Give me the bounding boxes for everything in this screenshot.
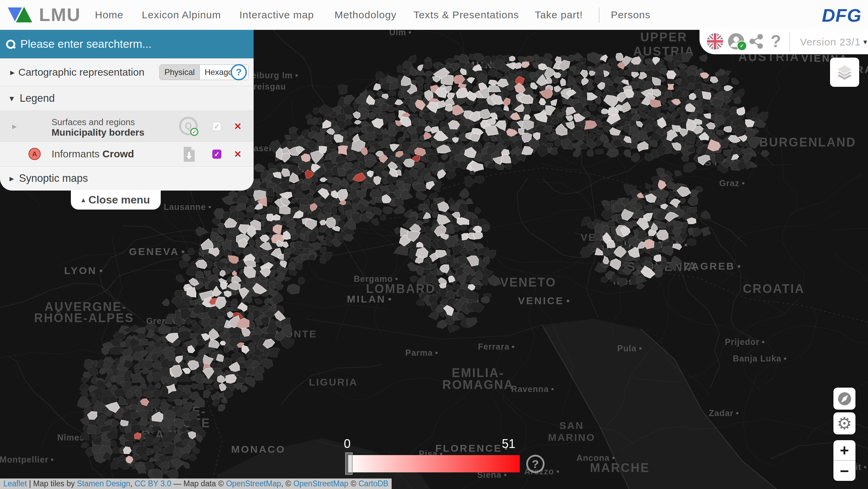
scale-help-icon[interactable]: ? bbox=[526, 455, 545, 473]
sidebar-panel: ▸ Cartographic representation Physical H… bbox=[0, 30, 254, 191]
cartographic-representation-row[interactable]: ▸ Cartographic representation Physical H… bbox=[0, 58, 254, 86]
scale-gradient-bar[interactable] bbox=[348, 455, 520, 472]
nav-item-home[interactable]: Home bbox=[95, 0, 123, 30]
dfg-logo[interactable]: DFG bbox=[822, 5, 862, 26]
settings-gear-button[interactable]: ⚙ bbox=[833, 412, 855, 434]
zoom-control: + − bbox=[833, 440, 855, 481]
close-menu-button[interactable]: ▴ Close menu bbox=[71, 190, 161, 210]
cartographic-representation-label: Cartographic representation bbox=[18, 66, 144, 78]
zoom-out-button[interactable]: − bbox=[833, 461, 855, 481]
attribution-link[interactable]: Leaflet bbox=[3, 479, 27, 488]
informant-marker-icon: A bbox=[28, 148, 41, 160]
map-attribution: Leaflet | Map tiles by Stamen Design, CC… bbox=[0, 478, 392, 489]
synoptic-maps-label: Synoptic maps bbox=[19, 172, 88, 184]
attribution-text: | Map tiles by bbox=[27, 479, 77, 488]
layers-control-button[interactable] bbox=[830, 58, 859, 87]
language-flag-icon[interactable] bbox=[707, 33, 723, 51]
chevron-right-icon[interactable]: ▸ bbox=[10, 67, 15, 78]
scale-min-label: 0 bbox=[344, 437, 351, 451]
attribution-link[interactable]: Stamen Design bbox=[77, 479, 130, 488]
close-menu-label: Close menu bbox=[88, 194, 150, 206]
top-nav: LMU HomeLexicon AlpinumInteractive mapMe… bbox=[0, 0, 868, 30]
search-icon bbox=[6, 40, 15, 48]
attribution-link[interactable]: CartoDB bbox=[358, 479, 388, 488]
logo-green-triangle-icon bbox=[16, 7, 32, 22]
remove-layer-button[interactable]: ✕ bbox=[234, 149, 242, 160]
synoptic-maps-row[interactable]: ▸ Synoptic maps bbox=[0, 166, 254, 191]
user-account-icon[interactable]: ✓ bbox=[728, 33, 744, 51]
qualified-source-icon: Q ✓ bbox=[179, 117, 198, 135]
chevron-down-icon[interactable]: ▾ bbox=[9, 93, 14, 104]
caret-down-icon: ▾ bbox=[863, 38, 867, 46]
lmu-logo: LMU bbox=[39, 4, 81, 25]
chevron-right-icon[interactable]: ▸ bbox=[9, 173, 14, 184]
version-dropdown[interactable]: Version 23/1 ▾ bbox=[800, 36, 868, 48]
share-icon[interactable] bbox=[749, 34, 764, 50]
nav-item-texts-presentations[interactable]: Texts & Presentations bbox=[413, 0, 519, 30]
attribution-link[interactable]: CC BY 3.0 bbox=[135, 479, 171, 488]
green-check-badge-icon: ✓ bbox=[190, 128, 198, 136]
nav-item-methodology[interactable]: Methodology bbox=[335, 0, 397, 30]
nav-separator bbox=[599, 7, 599, 23]
top-right-toolbar: ✓ ? Version 23/1 ▾ bbox=[699, 30, 868, 54]
toggle-physical[interactable]: Physical bbox=[160, 65, 200, 80]
chevron-right-icon[interactable]: ▸ bbox=[12, 121, 17, 132]
legend-header-row[interactable]: ▾ Legend bbox=[0, 86, 254, 111]
informants-label: Informants Crowd bbox=[52, 148, 134, 160]
layer-category-label: Surfaces and regions bbox=[52, 117, 135, 128]
search-bar bbox=[0, 30, 254, 58]
layer-visibility-checkbox[interactable]: ✓ bbox=[212, 122, 221, 131]
nav-item-take-part-[interactable]: Take part! bbox=[535, 0, 583, 30]
attribution-link[interactable]: OpenStreetMap bbox=[226, 479, 281, 488]
zoom-in-button[interactable]: + bbox=[833, 440, 855, 460]
attribution-text: , © bbox=[281, 479, 293, 488]
verbaalpina-app: UPPERAUSTRIAAUSTRIAVIENNABRATISLAVAMUNIC… bbox=[0, 0, 868, 489]
layer-name-label: Municipality borders bbox=[52, 127, 144, 138]
nav-item-lexicon-alpinum[interactable]: Lexicon Alpinum bbox=[142, 0, 221, 30]
help-question-icon[interactable]: ? bbox=[771, 32, 781, 51]
search-input[interactable] bbox=[20, 37, 247, 51]
remove-layer-button[interactable]: ✕ bbox=[234, 121, 242, 132]
attribution-text: — Map data © bbox=[171, 479, 226, 488]
verbaalpina-logo[interactable]: LMU bbox=[8, 7, 76, 24]
legend-label: Legend bbox=[20, 92, 55, 104]
scale-slider-handle[interactable] bbox=[345, 452, 353, 475]
help-icon[interactable]: ? bbox=[231, 64, 247, 80]
attribution-text: , bbox=[130, 479, 135, 488]
compass-button[interactable] bbox=[833, 388, 855, 410]
logged-in-check-icon: ✓ bbox=[737, 41, 747, 51]
scale-max-label: 51 bbox=[502, 437, 515, 451]
attribution-link[interactable]: OpenStreetMap bbox=[293, 479, 348, 488]
triangle-up-icon: ▴ bbox=[82, 196, 85, 204]
nav-item-persons[interactable]: Persons bbox=[611, 0, 650, 30]
legend-row-municipality-borders[interactable]: ▸ Surfaces and regions Municipality bord… bbox=[0, 111, 254, 141]
legend-row-informants-crowd[interactable]: A Informants Crowd ✓ ✕ bbox=[0, 141, 254, 166]
layer-visibility-checkbox-purple[interactable]: ✓ bbox=[212, 150, 221, 159]
download-file-icon[interactable] bbox=[183, 146, 195, 163]
attribution-text: © bbox=[349, 479, 359, 488]
toolbar-divider bbox=[789, 32, 790, 52]
version-label: Version 23/1 bbox=[800, 36, 861, 48]
nav-item-interactive-map[interactable]: Interactive map bbox=[239, 0, 314, 30]
